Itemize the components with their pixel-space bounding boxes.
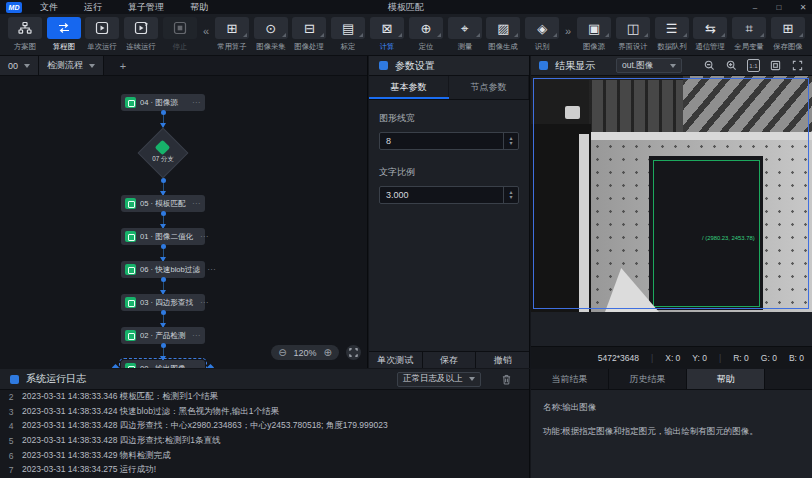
line-width-input[interactable]: 8 ▴ ▾ — [379, 132, 519, 150]
ui-design-button[interactable]: ◫界面设计 — [614, 17, 652, 52]
flow-node-05[interactable]: 05 · 模板匹配⋯ — [121, 195, 205, 212]
clear-log-button[interactable] — [502, 374, 511, 385]
fit-view-button[interactable] — [346, 345, 361, 360]
maximize-button[interactable]: □ — [774, 3, 784, 12]
minimize-button[interactable]: – — [750, 3, 760, 12]
log-entry[interactable]: 22023-03-31 14:38:33.346 模板匹配：检测到1个结果 — [0, 390, 529, 405]
help-content: 名称:输出图像 功能:根据指定图像和指定图元，输出绘制有图元的图像。 — [531, 390, 812, 450]
tab-help[interactable]: 帮助 — [687, 369, 765, 389]
locate-button[interactable]: ⊕定位 — [407, 17, 445, 52]
text-scale-input[interactable]: 3.000 ▴ ▾ — [379, 186, 519, 204]
save-image-button[interactable]: ⊞保存图像 — [769, 17, 807, 52]
fit-image-icon[interactable] — [769, 59, 782, 72]
toolbar-button-label: 算程图 — [53, 41, 75, 51]
log-message: 2023-03-31 14:38:33.428 四边形查找：中心x2980.23… — [22, 420, 388, 432]
line-width-stepper[interactable]: ▴ ▾ — [503, 133, 518, 149]
log-entry-list[interactable]: 22023-03-31 14:38:33.346 模板匹配：检测到1个结果320… — [0, 390, 529, 478]
image-source-button[interactable]: ▣图像源 — [575, 17, 613, 52]
parameter-form: 图形线宽 8 ▴ ▾ 文字比例 3.000 ▴ ▾ — [369, 100, 529, 232]
toolbar-button-label: 常用算子 — [217, 41, 246, 51]
flow-node-00[interactable]: 00 · 输出图像⋯ — [121, 360, 205, 368]
node-menu-icon[interactable]: ⋯ — [192, 98, 201, 107]
flow-connector — [163, 111, 164, 127]
toolbar-button-label: 方案图 — [14, 41, 36, 51]
result-panel: 结果显示 out.图像 1:1 — [531, 56, 812, 368]
common-operators-button[interactable]: ⊞常用算子 — [213, 17, 251, 52]
close-button[interactable]: ✕ — [798, 3, 808, 12]
global-var-button[interactable]: ⌗全局变量 — [730, 17, 768, 52]
zoom-in-icon[interactable]: ⊕ — [324, 347, 332, 358]
pixel-b: B: 0 — [789, 353, 804, 363]
flow-index-dropdown[interactable]: 00 — [0, 56, 39, 75]
recognition-button[interactable]: ◈识别 — [523, 17, 561, 52]
image-capture-button[interactable]: ⊙图像采集 — [252, 17, 290, 52]
calibration-button[interactable]: ▤标定 — [329, 17, 367, 52]
spin-down-icon[interactable]: ▾ — [509, 195, 512, 200]
calculation-button[interactable]: ⊠计算 — [368, 17, 406, 52]
node-menu-icon[interactable]: ⋯ — [200, 232, 209, 241]
collapse-left-icon[interactable]: « — [203, 25, 209, 37]
log-entry[interactable]: 52023-03-31 14:38:33.428 四边形查找:检测到1条直线 — [0, 434, 529, 449]
menu-run[interactable]: 运行 — [84, 1, 102, 14]
undo-button[interactable]: 撤销 — [476, 352, 529, 368]
help-desc-line: 功能:根据指定图像和指定图元，输出绘制有图元的图像。 — [543, 426, 800, 438]
text-scale-value[interactable]: 3.000 — [380, 190, 503, 200]
flow-tab-detection[interactable]: 检测流程 — [39, 56, 104, 75]
log-filter-dropdown[interactable]: 正常日志及以上 — [397, 372, 481, 387]
tab-current-result[interactable]: 当前结果 — [531, 369, 609, 389]
node-menu-icon[interactable]: ⋯ — [192, 364, 201, 368]
log-entry[interactable]: 32023-03-31 14:38:33.424 快速blob过滤：黑色视为物件… — [0, 405, 529, 420]
text-scale-stepper[interactable]: ▴ ▾ — [503, 187, 518, 203]
save-button[interactable]: 保存 — [423, 352, 477, 368]
tab-node-params[interactable]: 节点参数 — [449, 76, 529, 99]
tab-history-result[interactable]: 历史结果 — [609, 369, 687, 389]
run-once-button[interactable]: 单次运行 — [84, 17, 122, 52]
flow-node-06[interactable]: 06 · 快速blob过滤⋯ — [121, 261, 205, 278]
zoom-in-icon[interactable] — [725, 59, 738, 72]
flow-node-03[interactable]: 03 · 四边形查找⋯ — [121, 294, 205, 311]
comm-manage-button[interactable]: ⇆通信管理 — [692, 17, 730, 52]
scheme-view-button[interactable]: 方案图 — [6, 17, 44, 52]
data-queue-button[interactable]: ☰数据队列 — [653, 17, 691, 52]
single-test-button[interactable]: 单次测试 — [369, 352, 423, 368]
line-width-value[interactable]: 8 — [380, 136, 503, 146]
node-menu-icon[interactable]: ⋯ — [200, 298, 209, 307]
node-menu-icon[interactable]: ⋯ — [192, 199, 201, 208]
result-image-viewport[interactable]: / (2980.23, 2453.78) — [531, 76, 812, 312]
toolbar-button-label: 标定 — [341, 41, 356, 51]
log-entry[interactable]: 62023-03-31 14:38:33.429 物料检测完成 — [0, 448, 529, 463]
flow-view-button[interactable]: 算程图 — [45, 17, 83, 52]
add-flow-tab-button[interactable]: + — [112, 56, 134, 75]
log-entry[interactable]: 42023-03-31 14:38:33.428 四边形查找：中心x2980.2… — [0, 419, 529, 434]
operator-icon — [125, 97, 136, 108]
flow-connector — [163, 311, 164, 327]
flow-canvas[interactable]: 04 · 图像源⋯07 分支05 · 模板匹配⋯01 · 图像二值化⋯06 · … — [0, 76, 367, 368]
image-generate-button[interactable]: ▨图像生成 — [485, 17, 523, 52]
measure-button[interactable]: ⌖测量 — [446, 17, 484, 52]
one-to-one-icon[interactable]: 1:1 — [747, 59, 760, 72]
zoom-out-icon[interactable]: ⊖ — [278, 347, 286, 358]
run-loop-button[interactable]: 连续运行 — [122, 17, 160, 52]
flow-node-01[interactable]: 01 · 图像二值化⋯ — [121, 228, 205, 245]
fullscreen-icon[interactable] — [791, 59, 804, 72]
flow-node-branch[interactable]: 07 分支 — [121, 127, 205, 179]
node-menu-icon[interactable]: ⋯ — [192, 331, 201, 340]
menu-help[interactable]: 帮助 — [190, 1, 208, 14]
flow-node-04[interactable]: 04 · 图像源⋯ — [121, 94, 205, 111]
log-entry[interactable]: 72023-03-31 14:38:34.275 运行成功! — [0, 463, 529, 478]
menu-file[interactable]: 文件 — [40, 1, 58, 14]
collapse-right-icon[interactable]: » — [565, 25, 571, 37]
result-source-dropdown[interactable]: out.图像 — [616, 58, 682, 73]
flow-tab-bar: 00 检测流程 + — [0, 56, 367, 76]
image-process-button[interactable]: ⊟图像处理 — [291, 17, 329, 52]
flow-node-02[interactable]: 02 · 产品检测⋯ — [121, 327, 205, 344]
spin-down-icon[interactable]: ▾ — [509, 141, 512, 146]
expand-icon — [349, 348, 358, 357]
zoom-out-icon[interactable] — [703, 59, 716, 72]
node-menu-icon[interactable]: ⋯ — [207, 265, 216, 274]
menu-operator-manage[interactable]: 算子管理 — [128, 1, 164, 14]
tab-basic-params[interactable]: 基本参数 — [369, 76, 449, 99]
log-line-number: 6 — [0, 451, 22, 461]
flow-node-column: 04 · 图像源⋯07 分支05 · 模板匹配⋯01 · 图像二值化⋯06 · … — [121, 94, 205, 368]
log-panel-header: 系统运行日志 正常日志及以上 — [0, 369, 529, 390]
